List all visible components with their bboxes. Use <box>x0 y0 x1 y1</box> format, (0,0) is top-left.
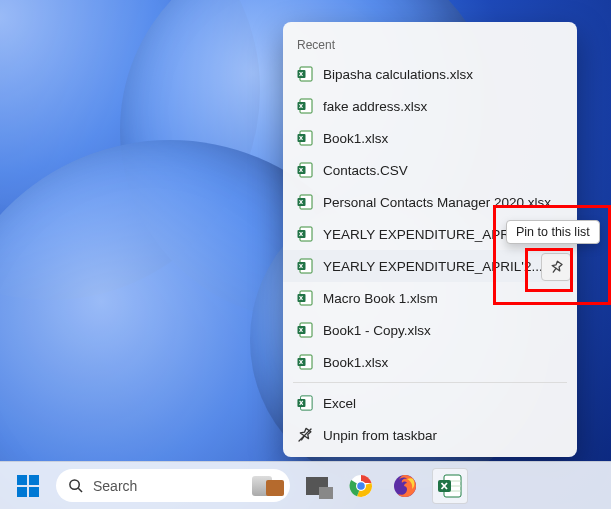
windows-logo-icon <box>17 475 39 497</box>
excel-file-icon <box>297 98 313 114</box>
recent-file-item[interactable]: Book1.xlsx <box>283 122 577 154</box>
excel-file-icon <box>297 194 313 210</box>
recent-file-label: Book1 - Copy.xlsx <box>323 323 563 338</box>
recent-file-label: Macro Book 1.xlsm <box>323 291 563 306</box>
excel-file-icon <box>297 258 313 274</box>
recent-file-item[interactable]: Book1.xlsx <box>283 346 577 378</box>
app-launch-item[interactable]: Excel <box>283 387 577 419</box>
recent-file-item[interactable]: Book1 - Copy.xlsx <box>283 314 577 346</box>
excel-app-icon <box>437 473 463 499</box>
excel-app-icon <box>297 395 313 411</box>
chrome-icon <box>349 474 373 498</box>
svg-point-25 <box>70 480 79 489</box>
svg-line-14 <box>553 268 556 272</box>
excel-file-icon <box>297 66 313 82</box>
recent-file-item[interactable]: fake address.xlsx <box>283 90 577 122</box>
recent-file-item[interactable]: YEARLY EXPENDITURE_APRIL'2... <box>283 250 577 282</box>
recent-file-label: Bipasha calculations.xlsx <box>323 67 563 82</box>
separator <box>293 382 567 383</box>
recent-file-label: Book1.xlsx <box>323 355 563 370</box>
excel-file-icon <box>297 162 313 178</box>
taskbar-app-chrome[interactable] <box>344 469 378 503</box>
taskbar-search[interactable]: Search <box>56 469 290 502</box>
excel-file-icon <box>297 226 313 242</box>
excel-file-icon <box>297 354 313 370</box>
svg-line-26 <box>78 488 82 492</box>
excel-file-icon <box>297 322 313 338</box>
recent-file-item[interactable]: Contacts.CSV <box>283 154 577 186</box>
recent-file-item[interactable]: Personal Contacts Manager 2020.xlsx <box>283 186 577 218</box>
recent-file-item[interactable]: Bipasha calculations.xlsx <box>283 58 577 90</box>
firefox-icon <box>393 474 417 498</box>
recent-file-label: Contacts.CSV <box>323 163 563 178</box>
recent-file-label: Book1.xlsx <box>323 131 563 146</box>
pin-tooltip: Pin to this list <box>506 220 600 244</box>
excel-file-icon <box>297 130 313 146</box>
recent-file-label: Personal Contacts Manager 2020.xlsx <box>323 195 563 210</box>
recent-file-label: fake address.xlsx <box>323 99 563 114</box>
start-button[interactable] <box>10 468 46 504</box>
task-view-icon <box>306 477 328 495</box>
task-view-button[interactable] <box>300 469 334 503</box>
taskbar: Search <box>0 461 611 509</box>
unpin-label: Unpin from taskbar <box>323 428 563 443</box>
search-highlight-icon <box>252 476 284 496</box>
jump-list-section-header: Recent <box>283 28 577 58</box>
taskbar-search-placeholder: Search <box>93 478 137 494</box>
unpin-from-taskbar-item[interactable]: Unpin from taskbar <box>283 419 577 451</box>
app-launch-label: Excel <box>323 396 563 411</box>
search-icon <box>68 478 83 493</box>
excel-file-icon <box>297 290 313 306</box>
recent-file-item[interactable]: Macro Book 1.xlsm <box>283 282 577 314</box>
svg-point-29 <box>357 482 365 490</box>
recent-file-label: YEARLY EXPENDITURE_APRIL'2... <box>323 259 563 274</box>
taskbar-app-firefox[interactable] <box>388 469 422 503</box>
unpin-icon <box>297 427 313 443</box>
taskbar-app-excel[interactable] <box>432 468 468 504</box>
pin-to-list-button[interactable] <box>541 253 571 281</box>
